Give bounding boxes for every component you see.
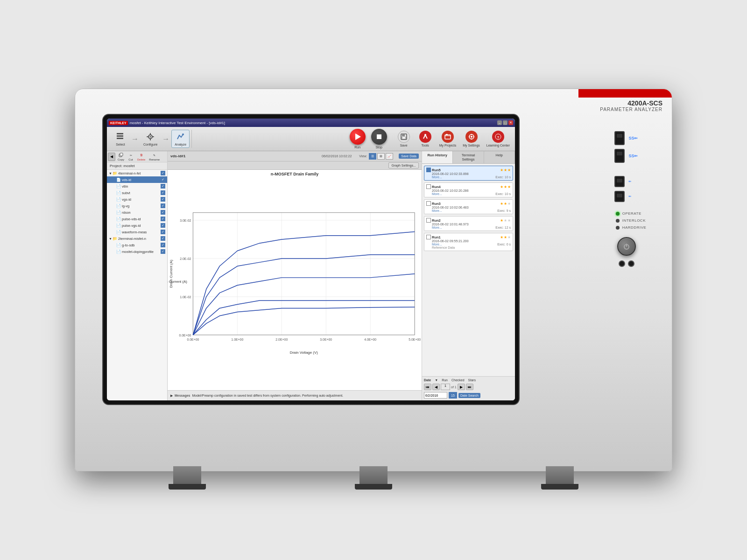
panel-header: vds-id#1 06/02/2016 10:02:22 View: ☰ ⊞ 📈… [168, 151, 422, 161]
tree-item[interactable]: 📄waveform-meas✓ [107, 229, 167, 235]
tree-item[interactable]: 📄vds-id✓ [107, 176, 167, 183]
tree-checkbox[interactable]: ✓ [161, 203, 165, 208]
run-more[interactable]: More... [426, 243, 442, 246]
run-exec: Exec: 12 s [495, 226, 511, 229]
page-prev-button[interactable]: ◀ [432, 384, 440, 390]
mysettings-button[interactable]: My Settings [460, 129, 482, 148]
learningcenter-button[interactable]: ? Learning Center [484, 129, 512, 148]
select-button[interactable]: Select [112, 130, 129, 147]
tree-checkbox[interactable]: ✓ [161, 236, 165, 241]
cut-button[interactable]: ✂ Cut [127, 151, 135, 162]
view-buttons: ☰ ⊞ 📈 [369, 153, 393, 160]
rename-button[interactable]: ✎ Rename [148, 151, 161, 162]
run-more[interactable]: More... [426, 175, 442, 179]
tree-item[interactable]: 📄mosfet-dopingprofile✓ [107, 248, 167, 255]
save-button[interactable]: Save [394, 129, 414, 148]
tree-item[interactable]: 📄pulse-vds-id✓ [107, 216, 167, 222]
page-input[interactable]: 1 [441, 384, 450, 390]
tree-checkbox[interactable]: ✓ [161, 197, 165, 202]
sort-date[interactable]: Date [424, 378, 431, 382]
save-data-button[interactable]: Save Data [399, 154, 419, 159]
right-panel: Run History Terminal Settings Help Run5 … [422, 151, 515, 400]
sort-run[interactable]: Run [442, 378, 448, 382]
title-bar: KEITHLEY mosfet - Keithley Interactive T… [107, 119, 515, 127]
run-entry[interactable]: Run4 ★★★ 2016-06-02 10:02:20.286 More...… [424, 182, 513, 197]
analyze-button[interactable]: Analyze [171, 130, 190, 148]
tab-run-history[interactable]: Run History [422, 151, 453, 163]
run-more[interactable]: More... [426, 209, 442, 212]
date-input[interactable] [424, 392, 447, 399]
run-name: Run2 [432, 218, 499, 223]
title-bar-controls: – □ ✕ [497, 120, 513, 125]
minimize-button[interactable]: – [497, 120, 502, 125]
run-more[interactable]: More... [426, 192, 442, 196]
panel-date: 06/02/2016 10:02:22 [322, 154, 352, 158]
delete-button[interactable]: 🗑 Delete [136, 151, 147, 162]
run-entry[interactable]: Run1 ★★★ 2016-06-02 09:55:21.200 More...… [424, 233, 513, 251]
tree-item[interactable]: 📄rdson✓ [107, 209, 167, 216]
tree-item[interactable]: 📄subvt✓ [107, 189, 167, 196]
save-icon [398, 131, 410, 143]
view-chart-button[interactable]: 📈 [386, 153, 393, 160]
tree-checkbox[interactable]: ✓ [161, 210, 165, 215]
usb-port-row-4: ⇐ [614, 191, 638, 202]
close-button[interactable]: ✕ [508, 120, 513, 125]
tree-item[interactable]: 📄g-to-sdb✓ [107, 242, 167, 248]
tree-item[interactable]: ▼📁4terminal-n-fet✓ [107, 170, 167, 176]
tree-checkbox[interactable]: ✓ [161, 217, 165, 221]
sort-checked[interactable]: Checked [451, 378, 465, 382]
tree-checkbox[interactable]: ✓ [161, 243, 165, 247]
run-entry[interactable]: Run3 ★★★ 2016-06-02 10:02:06.483 More...… [424, 199, 513, 214]
tab-terminal-settings[interactable]: Terminal Settings [453, 151, 484, 163]
tree-item[interactable]: 📄vtlin✓ [107, 183, 167, 189]
select-label: Select [116, 143, 125, 146]
tree-item[interactable]: 📄pulse-vgs-id✓ [107, 222, 167, 229]
tree-item[interactable]: 📄vgs-id✓ [107, 196, 167, 203]
page-last-button[interactable]: ⏭ [466, 384, 473, 390]
copy-button[interactable]: Copy [116, 151, 126, 162]
svg-text:5.0E+00: 5.0E+00 [409, 338, 421, 341]
tools-icon [419, 131, 431, 143]
folder-icon: 📁 [113, 237, 117, 241]
myprojects-button[interactable]: My Projects [437, 129, 459, 148]
sort-stars[interactable]: Stars [468, 378, 476, 382]
maximize-button[interactable]: □ [503, 120, 507, 125]
configure-button[interactable]: Configure [141, 130, 160, 147]
tree-item[interactable]: 📄ig-vg✓ [107, 203, 167, 209]
tree-item[interactable]: ▼📁2terminal-misfet-n✓ [107, 235, 167, 242]
run-checkbox[interactable] [426, 184, 431, 189]
date-search-button[interactable]: Date Search [458, 393, 480, 398]
svg-rect-8 [152, 136, 154, 137]
power-button[interactable] [617, 237, 636, 256]
svg-rect-21 [471, 139, 472, 140]
tree-checkbox[interactable]: ✓ [161, 249, 165, 254]
star-1: ★ [504, 218, 507, 223]
tree-checkbox[interactable]: ✓ [161, 190, 165, 195]
run-stars: ★★★ [500, 202, 511, 206]
run-checkbox[interactable] [426, 235, 431, 239]
view-table-button[interactable]: ☰ [369, 153, 376, 160]
tree-checkbox[interactable]: ✓ [161, 223, 165, 228]
run-checkbox[interactable] [426, 201, 431, 206]
tree-checkbox[interactable]: ✓ [161, 230, 165, 234]
nav-back-button[interactable]: ◀ [108, 153, 115, 161]
run-entry[interactable]: Run5 ★★★ 2016-06-02 10:02:33.898 More...… [424, 166, 513, 181]
run-more[interactable]: More... [426, 226, 442, 229]
run-checkbox[interactable] [426, 168, 431, 172]
tree-checkbox[interactable]: ✓ [161, 171, 165, 175]
item-icon: 📄 [116, 178, 121, 182]
tools-button[interactable]: Tools [416, 129, 435, 148]
tree-checkbox[interactable]: ✓ [161, 184, 165, 189]
view-grid-button[interactable]: ⊞ [377, 153, 385, 160]
graph-settings-button[interactable]: Graph Settings... [388, 162, 419, 168]
run-entry[interactable]: Run2 ★★★ 2016-06-02 10:01:48.973 More...… [424, 216, 513, 231]
harddrive-light [616, 226, 620, 230]
page-first-button[interactable]: ⏮ [424, 384, 431, 390]
item-icon: 📄 [116, 184, 121, 189]
run-button[interactable] [350, 129, 366, 145]
run-checkbox[interactable] [426, 218, 431, 223]
tree-checkbox[interactable]: ✓ [161, 177, 165, 182]
stop-button[interactable] [371, 129, 387, 145]
page-next-button[interactable]: ▶ [458, 384, 465, 390]
tab-help[interactable]: Help [484, 151, 515, 163]
